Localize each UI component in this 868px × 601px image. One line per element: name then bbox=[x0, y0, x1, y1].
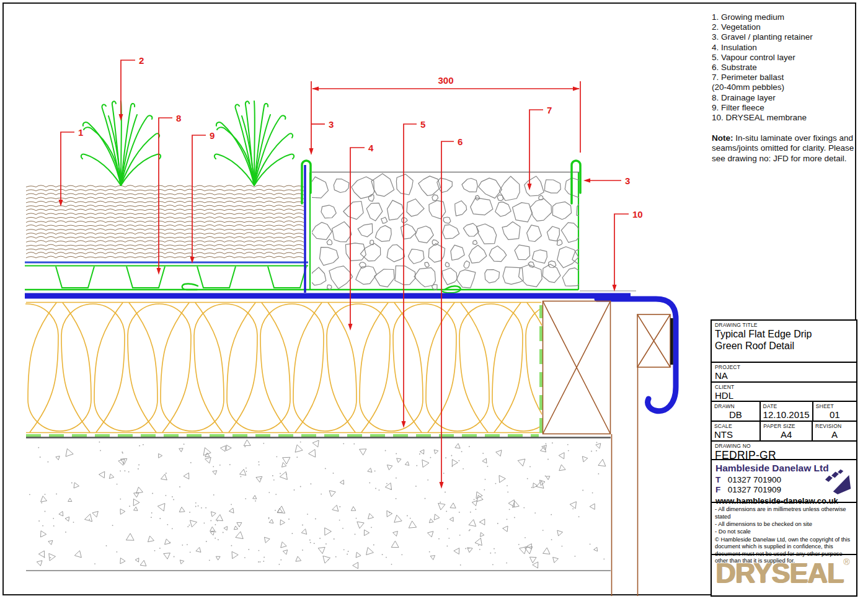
ballast-pebbles bbox=[308, 174, 594, 290]
note-text: In-situ laminate over fixings and seams/… bbox=[712, 133, 854, 162]
project-label: PROJECT bbox=[715, 364, 853, 370]
svg-text:2: 2 bbox=[139, 55, 144, 66]
tel-label: T bbox=[715, 475, 725, 484]
drawing-title-label: DRAWING TITLE bbox=[715, 322, 853, 328]
dryseal-logo-text: DRYSEAL bbox=[715, 557, 843, 589]
svg-text:7: 7 bbox=[547, 105, 552, 115]
revision-value: A bbox=[815, 429, 854, 440]
svg-text:3: 3 bbox=[625, 176, 630, 186]
callout-2-vegetation: 2 bbox=[119, 55, 144, 122]
footer-note: - Do not scale bbox=[715, 528, 853, 535]
scale-label: SCALE bbox=[714, 423, 757, 429]
fax-value: 01327 701909 bbox=[728, 485, 781, 494]
callout-7-perimeter-ballast: 7 bbox=[528, 105, 552, 191]
client-value: HDL bbox=[715, 390, 853, 401]
vapour-control-layer bbox=[26, 305, 541, 436]
tel-value: 01327 701900 bbox=[728, 475, 781, 484]
svg-text:5: 5 bbox=[420, 119, 425, 130]
hambleside-logo-icon bbox=[824, 468, 852, 497]
client-label: CLIENT bbox=[715, 384, 853, 390]
drawing-no-label: DRAWING NO bbox=[715, 443, 853, 449]
paper-size-value: A4 bbox=[763, 429, 809, 440]
svg-text:4: 4 bbox=[368, 143, 374, 153]
drainage-layer bbox=[25, 266, 578, 293]
registered-mark: ® bbox=[843, 557, 849, 567]
callout-3-gravel-planting-retainer-right: 3 bbox=[583, 176, 630, 186]
callout-9-filter-fleece: 9 bbox=[190, 130, 215, 264]
legend-item: (20-40mm pebbles) bbox=[712, 82, 858, 92]
callout-1-growing-medium: 1 bbox=[59, 127, 84, 207]
title-block: DRAWING TITLE Typical Flat Edge Drip Gre… bbox=[711, 319, 857, 597]
legend-item: 7. Perimeter ballast bbox=[712, 73, 858, 82]
svg-text:8: 8 bbox=[176, 113, 181, 123]
svg-text:3: 3 bbox=[329, 119, 334, 130]
project-value: NA bbox=[715, 370, 853, 381]
svg-text:300: 300 bbox=[438, 75, 453, 86]
svg-text:10: 10 bbox=[632, 209, 643, 220]
legend-item: 8. Drainage layer bbox=[712, 93, 858, 103]
drawing-title-line2: Green Roof Detail bbox=[715, 340, 853, 352]
sheet-label: SHEET bbox=[816, 403, 854, 409]
legend-item: 5. Vapour control layer bbox=[712, 53, 858, 63]
vegetation-right bbox=[215, 101, 294, 185]
svg-text:1: 1 bbox=[78, 127, 83, 138]
growing-medium-layer bbox=[26, 185, 304, 258]
legend-note: Note: In-situ laminate over fixings and … bbox=[712, 133, 858, 164]
revision-label: REVISION bbox=[815, 423, 854, 429]
legend-notes: 1. Growing medium 2. Vegetation 3. Grave… bbox=[712, 12, 858, 164]
date-label: DATE bbox=[763, 403, 810, 409]
copyright-icon: © bbox=[715, 536, 719, 543]
membrane-drip-trim bbox=[580, 291, 676, 411]
legend-item: 10. DRYSEAL membrane bbox=[712, 113, 858, 123]
legend-item: 6. Substrate bbox=[712, 63, 858, 73]
fax-label: F bbox=[715, 485, 725, 494]
legend-item: 1. Growing medium bbox=[712, 12, 858, 22]
callout-5-vapour-control-layer: 5 bbox=[402, 119, 426, 429]
scale-value: NTS bbox=[714, 429, 757, 440]
drawn-label: DRAWN bbox=[714, 403, 757, 409]
substrate-concrete bbox=[26, 438, 611, 571]
legend-item: 4. Insulation bbox=[712, 43, 858, 53]
legend-item: 3. Gravel / planting retainer bbox=[712, 32, 858, 42]
drawing-title: Typical Flat Edge Drip Green Roof Detail bbox=[715, 328, 853, 352]
drawn-value: DB bbox=[714, 409, 757, 420]
callout-10-dryseal-membrane: 10 bbox=[613, 209, 643, 292]
insulation-layer bbox=[0, 303, 589, 433]
date-value: 12.10.2015 bbox=[763, 409, 810, 420]
legend-item: 2. Vegetation bbox=[712, 22, 858, 32]
callout-3-gravel-planting-retainer-left: 3 bbox=[309, 81, 334, 155]
footer-note: - All dimensions to be checked on site bbox=[715, 520, 853, 528]
svg-text:6: 6 bbox=[458, 136, 463, 147]
timber-kerb bbox=[543, 301, 611, 434]
svg-text:9: 9 bbox=[210, 130, 215, 141]
footer-note: - All dimensions are in millimetres unle… bbox=[715, 505, 853, 520]
wall-lines bbox=[612, 367, 638, 596]
paper-size-label: PAPER SIZE bbox=[763, 423, 809, 429]
note-label: Note: bbox=[712, 133, 733, 143]
timber-fascia-batten bbox=[637, 314, 670, 367]
dryseal-logo: DRYSEAL® bbox=[715, 557, 850, 589]
sheet-value: 01 bbox=[816, 409, 854, 420]
drawing-title-line1: Typical Flat Edge Drip bbox=[715, 328, 853, 340]
legend-item: 9. Filter fleece bbox=[712, 103, 858, 113]
